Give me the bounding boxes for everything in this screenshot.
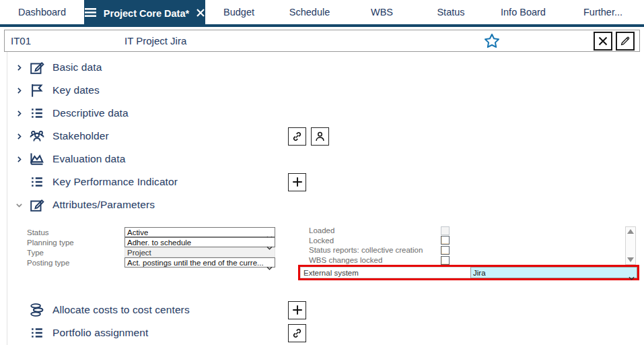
- section-key-dates[interactable]: Key dates: [7, 79, 644, 102]
- portfolio-actions: [288, 324, 306, 342]
- list-icon: [29, 174, 45, 190]
- favorite-star-icon[interactable]: [483, 32, 501, 50]
- chevron-down-icon: [266, 241, 273, 253]
- tab-bar: Dashboard Project Core Data* Budget Sche…: [0, 0, 644, 27]
- chevron-right-icon[interactable]: [12, 63, 26, 72]
- flag-icon: [29, 82, 45, 98]
- edit-icon: [29, 59, 45, 75]
- wbs-changes-locked-checkbox[interactable]: [441, 256, 450, 265]
- section-label: Evaluation data: [52, 153, 125, 165]
- scroll-up-icon[interactable]: [627, 229, 634, 234]
- chevron-down-icon[interactable]: [12, 201, 26, 210]
- field-label: Type: [27, 249, 124, 257]
- chevron-right-icon[interactable]: [12, 109, 26, 118]
- tab-wbs[interactable]: WBS: [347, 0, 417, 24]
- section-label: Descriptive data: [52, 107, 129, 119]
- field-label: Status: [27, 228, 124, 237]
- tab-label: Project Core Data*: [104, 8, 189, 19]
- planning-type-select[interactable]: Adher. to schedule: [124, 237, 275, 247]
- stakeholder-actions: [288, 127, 329, 146]
- section-attributes-parameters[interactable]: Attributes/Parameters: [7, 193, 644, 216]
- section-label: Portfolio assignment: [52, 327, 148, 339]
- close-button[interactable]: [594, 32, 612, 51]
- checkbox-label: WBS changes locked: [309, 256, 441, 264]
- section-label: Attributes/Parameters: [52, 199, 155, 211]
- attributes-form: Status Active Planning type Adher. to sc…: [7, 224, 644, 286]
- add-button[interactable]: [288, 173, 306, 191]
- chevron-right-icon[interactable]: [12, 132, 26, 141]
- field-label: Posting type: [27, 259, 124, 267]
- header-buttons: [594, 32, 635, 51]
- close-icon[interactable]: [196, 8, 205, 19]
- allocate-costs-actions: [288, 301, 306, 319]
- locked-checkbox[interactable]: [441, 236, 450, 245]
- tab-info-board[interactable]: Info Board: [485, 0, 562, 24]
- chevron-down-icon: [266, 261, 273, 273]
- menu-icon[interactable]: [85, 8, 96, 19]
- project-id: IT01: [11, 35, 31, 46]
- edit-button[interactable]: [616, 32, 635, 51]
- attributes-right-column: Loaded Locked Status reports: collective…: [309, 226, 450, 265]
- chart-icon: [29, 151, 45, 167]
- chevron-right-icon[interactable]: [12, 155, 26, 164]
- external-system-select[interactable]: Jira: [470, 267, 637, 278]
- project-title: IT Project Jira: [124, 35, 186, 46]
- checkbox-label: Loaded: [309, 226, 441, 234]
- scrollbar-vertical[interactable]: [625, 226, 636, 265]
- section-label: Key Performance Indicator: [52, 176, 178, 188]
- section-key-performance-indicator[interactable]: Key Performance Indicator: [7, 170, 644, 193]
- person-button[interactable]: [311, 127, 329, 146]
- list-icon: [29, 325, 45, 341]
- tab-budget[interactable]: Budget: [205, 0, 273, 24]
- section-label: Stakeholder: [52, 130, 109, 142]
- tab-project-core-data[interactable]: Project Core Data*: [84, 0, 205, 27]
- posting-type-select[interactable]: Act. postings until the end of the curre…: [124, 257, 275, 268]
- status-reports-checkbox[interactable]: [441, 246, 450, 255]
- type-field-readonly: Project: [124, 247, 275, 257]
- project-header-bar: IT01 IT Project Jira: [4, 30, 640, 52]
- kpi-actions: [288, 173, 306, 191]
- add-button[interactable]: [288, 301, 306, 319]
- tab-schedule[interactable]: Schedule: [273, 0, 347, 24]
- attributes-left-column: Status Active Planning type Adher. to sc…: [27, 227, 275, 268]
- section-label: Key dates: [52, 84, 100, 96]
- tab-further[interactable]: Further...: [562, 0, 644, 24]
- coins-icon: [29, 302, 45, 318]
- status-select[interactable]: Active: [124, 227, 275, 237]
- section-basic-data[interactable]: Basic data: [7, 56, 644, 79]
- section-descriptive-data[interactable]: Descriptive data: [7, 102, 644, 125]
- section-stakeholder[interactable]: Stakeholder: [7, 125, 644, 148]
- link-button[interactable]: [288, 324, 306, 342]
- project-core-data-panel: Basic data Key dates Descriptive data: [7, 52, 644, 345]
- tab-status[interactable]: Status: [417, 0, 485, 24]
- people-icon: [29, 128, 45, 144]
- scroll-down-icon[interactable]: [627, 257, 634, 262]
- section-label: Allocate costs to cost centers: [52, 304, 190, 316]
- checkbox-label: Status reports: collective creation: [309, 246, 441, 254]
- external-system-label: External system: [300, 267, 470, 278]
- field-label: Planning type: [27, 239, 124, 247]
- link-button[interactable]: [288, 127, 306, 146]
- section-label: Basic data: [52, 61, 102, 73]
- section-allocate-costs[interactable]: Allocate costs to cost centers: [7, 299, 644, 321]
- chevron-down-icon: [629, 271, 635, 283]
- external-system-row-highlight: External system Jira: [298, 265, 639, 280]
- loaded-checkbox: [441, 226, 450, 235]
- section-evaluation-data[interactable]: Evaluation data: [7, 148, 644, 170]
- chevron-right-icon[interactable]: [12, 86, 26, 95]
- section-portfolio-assignment[interactable]: Portfolio assignment: [7, 321, 644, 344]
- edit-icon: [29, 197, 45, 213]
- checkbox-label: Locked: [309, 237, 441, 245]
- tab-dashboard[interactable]: Dashboard: [0, 0, 84, 24]
- bottom-sections: Allocate costs to cost centers Portfolio…: [7, 299, 644, 344]
- list-icon: [29, 105, 45, 121]
